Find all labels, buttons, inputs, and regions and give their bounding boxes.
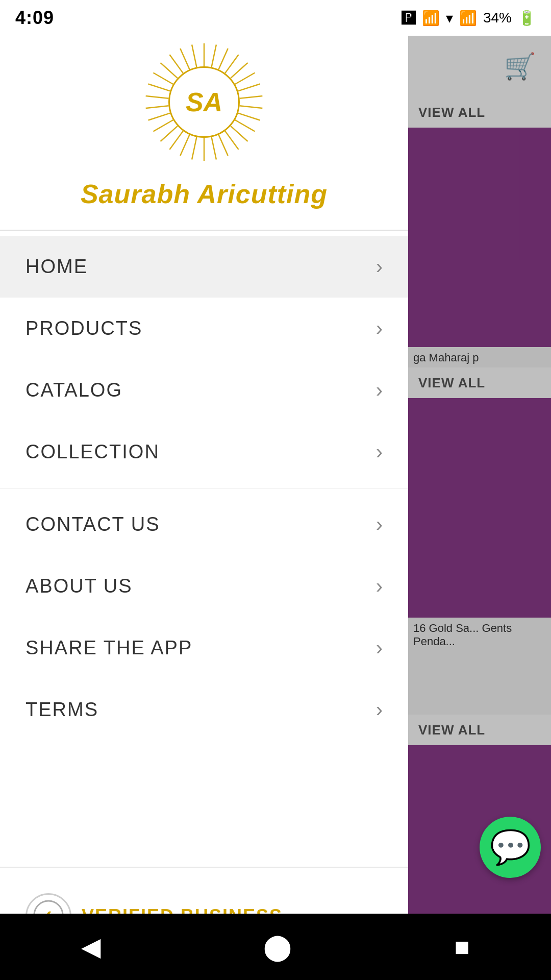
brand-name: Saurabh Aricutting [81,179,328,209]
status-bar: 4:09 🅿 📶 ▾ 📶 34% 🔋 [0,0,551,36]
signal-icon: 📶 [459,10,477,27]
svg-line-11 [231,126,247,141]
svg-line-9 [238,113,260,120]
logo-initials: SA [186,87,222,117]
logo-container: SA [143,41,265,163]
menu-item-products-label: PRODUCTS [26,317,142,339]
menu-item-collection[interactable]: COLLECTION › [0,421,408,483]
logo-circle: SA [168,66,240,138]
menu-item-about-us[interactable]: ABOUT US › [0,555,408,617]
whatsapp-icon: 💬 [490,828,531,867]
svg-line-3 [225,55,238,73]
svg-line-28 [180,48,189,69]
menu-item-contact-us[interactable]: CONTACT US › [0,494,408,555]
menu-item-terms[interactable]: TERMS › [0,679,408,741]
svg-line-24 [148,84,170,91]
svg-line-25 [153,73,173,85]
nfc-icon: 📶 [422,10,440,27]
navigation-drawer: SA Saurabh Aricutting HOME › PRODUCTS › … [0,0,408,980]
svg-line-17 [180,135,189,156]
back-button[interactable]: ◀ [81,932,101,962]
chevron-right-icon: › [376,575,383,598]
home-button[interactable]: ⬤ [263,932,292,962]
svg-line-12 [225,131,238,150]
bottom-navigation: ◀ ⬤ ■ [0,914,551,980]
menu-item-products[interactable]: PRODUCTS › [0,298,408,359]
menu-item-catalog-label: CATALOG [26,379,122,401]
svg-line-2 [218,48,228,69]
recent-apps-button[interactable]: ■ [454,932,469,962]
menu-item-terms-label: TERMS [26,699,98,721]
svg-line-18 [169,131,183,150]
menu-item-about-us-label: ABOUT US [26,575,133,597]
chevron-right-icon: › [376,379,383,402]
menu-item-collection-label: COLLECTION [26,441,160,463]
svg-line-29 [192,45,196,67]
svg-line-6 [238,84,260,91]
svg-line-19 [161,126,178,141]
battery-icon: 🔋 [518,10,536,27]
svg-line-22 [146,106,169,108]
status-icons: 🅿 📶 ▾ 📶 34% 🔋 [402,10,536,27]
chevron-right-icon: › [376,698,383,721]
svg-line-13 [218,135,228,156]
menu-item-home[interactable]: HOME › [0,236,408,298]
parking-icon: 🅿 [402,10,416,27]
svg-line-20 [153,120,173,132]
menu-section: HOME › PRODUCTS › CATALOG › COLLECTION ›… [0,231,408,867]
status-time: 4:09 [15,7,54,29]
chevron-right-icon: › [376,317,383,340]
chevron-right-icon: › [376,636,383,659]
menu-item-share-app[interactable]: SHARE THE APP › [0,617,408,679]
svg-line-23 [146,96,169,99]
svg-line-5 [235,73,255,85]
chevron-right-icon: › [376,440,383,463]
svg-line-10 [235,120,255,132]
svg-line-16 [192,137,196,159]
svg-line-4 [231,63,247,78]
wifi-icon: ▾ [446,10,453,27]
menu-item-contact-us-label: CONTACT US [26,513,160,535]
chevron-right-icon: › [376,513,383,536]
secondary-menu-group: CONTACT US › ABOUT US › SHARE THE APP › … [0,488,408,746]
svg-line-26 [161,63,178,78]
menu-item-catalog[interactable]: CATALOG › [0,359,408,421]
primary-menu-group: HOME › PRODUCTS › CATALOG › COLLECTION › [0,231,408,488]
whatsapp-button[interactable]: 💬 [480,817,541,878]
menu-item-home-label: HOME [26,256,88,278]
svg-line-1 [212,45,216,67]
svg-line-27 [169,55,183,73]
menu-item-share-app-label: SHARE THE APP [26,637,192,659]
svg-line-8 [240,106,263,108]
battery-text: 34% [483,10,512,26]
svg-line-7 [240,96,263,99]
chevron-right-icon: › [376,255,383,278]
svg-line-21 [148,113,170,120]
svg-line-14 [212,137,216,159]
